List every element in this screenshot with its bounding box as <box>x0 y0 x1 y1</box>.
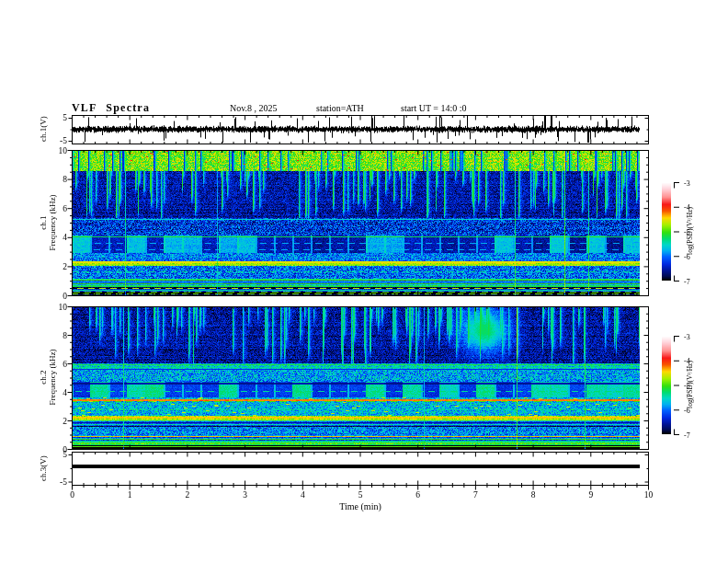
tick-label: -5 <box>60 136 67 145</box>
tick-label: 0 <box>70 490 74 500</box>
ylabel-ch2-frequency: ch.2 Frequency (kHz) <box>39 349 57 405</box>
ylabel-ch1-line1: ch.1 <box>39 194 48 250</box>
tick-label: 1 <box>128 490 132 500</box>
tick-label: 8 <box>63 175 67 184</box>
ylabel-ch3-volts: ch.3(V) <box>39 455 48 481</box>
figure-title: VLF Spectra <box>72 101 150 115</box>
tick-label: 6 <box>63 204 67 213</box>
tick-label: -3 <box>684 178 690 187</box>
title-station: station=ATH <box>316 103 364 113</box>
ylabel-ch1-line2: Frequency (kHz) <box>48 194 57 250</box>
tick-label: -5 <box>684 382 690 390</box>
title-start-ut: start UT = 14:0 :0 <box>401 103 467 113</box>
tick-label: 3 <box>243 490 247 500</box>
tick-label: 5 <box>358 490 363 500</box>
tick-label: 5 <box>63 113 67 122</box>
tick-label: 5 <box>63 450 67 459</box>
title-date: Nov.8 , 2025 <box>230 103 278 113</box>
ylabel-ch2-line2: Frequency (kHz) <box>48 349 57 405</box>
tick-label: -6 <box>684 252 690 260</box>
tick-label: -5 <box>684 228 690 236</box>
tick-label: -5 <box>60 477 67 487</box>
tick-label: 8 <box>531 490 536 500</box>
xaxis-label: Time (min) <box>339 501 381 511</box>
tick-label: 6 <box>63 360 67 369</box>
tick-label: -6 <box>684 406 690 414</box>
tick-label: 6 <box>415 490 420 500</box>
tick-label: 2 <box>186 490 190 500</box>
tick-label: 9 <box>588 490 593 500</box>
tick-label: 4 <box>301 490 305 500</box>
ylabel-ch1-volts: ch.1(V) <box>39 116 48 142</box>
tick-label: -3 <box>684 332 690 340</box>
tick-label: -7 <box>684 431 690 439</box>
tick-label: 0 <box>63 292 67 301</box>
tick-label: 8 <box>63 331 67 340</box>
tick-label: 10 <box>59 146 68 155</box>
plot-canvas <box>0 0 728 563</box>
tick-label: 4 <box>63 388 67 397</box>
tick-label: 4 <box>63 233 67 242</box>
tick-label: 2 <box>63 262 67 271</box>
ylabel-ch1-frequency: ch.1 Frequency (kHz) <box>39 194 57 250</box>
tick-label: 7 <box>473 490 478 500</box>
tick-label: -7 <box>684 277 690 285</box>
tick-label: 10 <box>644 490 654 500</box>
tick-label: -4 <box>684 203 690 212</box>
tick-label: -4 <box>684 357 690 365</box>
ylabel-ch2-line1: ch.2 <box>39 349 48 405</box>
vlf-spectra-figure: VLF Spectra Nov.8 , 2025 station=ATH sta… <box>0 0 728 563</box>
tick-label: 2 <box>63 417 67 426</box>
tick-label: 10 <box>59 303 68 312</box>
